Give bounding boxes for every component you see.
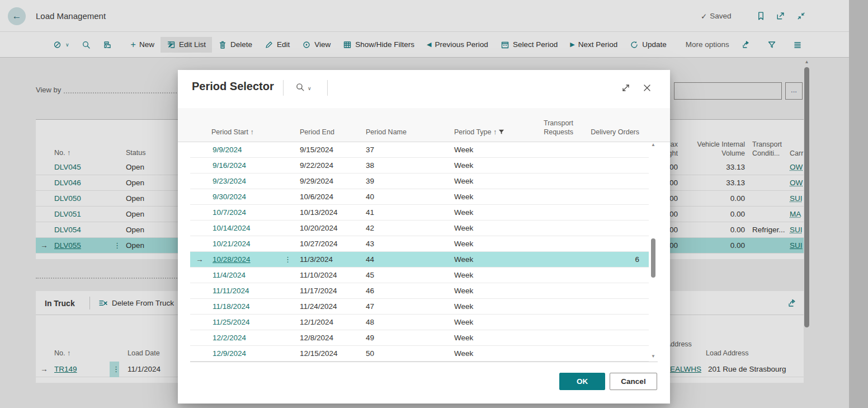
transport-requests-cell: [529, 205, 573, 221]
delivery-orders-cell: [600, 189, 639, 205]
scrollbar-thumb[interactable]: [651, 238, 655, 278]
period-start-link[interactable]: 9/30/2024: [213, 189, 246, 205]
col-transport-requests-l1[interactable]: Transport: [544, 119, 573, 127]
period-end-cell: 10/20/2024: [300, 221, 338, 236]
period-name-cell: 47: [366, 299, 374, 315]
period-row[interactable]: → 10/14/2024 ⋮ 10/20/2024 42 Week: [190, 221, 649, 236]
period-name-cell: 44: [366, 252, 374, 268]
transport-requests-cell: [529, 299, 573, 315]
period-start-link[interactable]: 9/9/2024: [213, 142, 242, 158]
period-type-cell: Week: [454, 346, 473, 362]
period-name-cell: 49: [366, 330, 374, 346]
period-name-cell: 41: [366, 205, 374, 221]
period-end-cell: 12/15/2024: [300, 346, 338, 362]
period-start-link[interactable]: 10/28/2024: [213, 252, 251, 268]
transport-requests-cell: [529, 346, 573, 362]
delivery-orders-cell: [600, 205, 639, 221]
period-row[interactable]: → 12/2/2024 ⋮ 12/8/2024 49 Week: [190, 330, 649, 346]
period-type-cell: Week: [454, 205, 473, 221]
period-type-cell: Week: [454, 330, 473, 346]
transport-requests-cell: [529, 158, 573, 173]
delivery-orders-cell: [600, 236, 639, 252]
period-type-cell: Week: [454, 221, 473, 236]
scroll-up-icon[interactable]: ▲: [651, 142, 655, 147]
transport-requests-cell: [529, 189, 573, 205]
period-start-link[interactable]: 10/14/2024: [213, 221, 251, 236]
period-start-link[interactable]: 11/25/2024: [213, 315, 250, 330]
period-type-cell: Week: [454, 252, 473, 268]
period-name-cell: 46: [366, 283, 374, 299]
ok-button[interactable]: OK: [559, 373, 605, 390]
period-start-link[interactable]: 11/18/2024: [213, 299, 250, 315]
period-type-cell: Week: [454, 142, 473, 158]
period-end-cell: 11/3/2024: [300, 252, 333, 268]
selected-row-arrow-icon: →: [196, 252, 204, 268]
col-delivery-orders[interactable]: Delivery Orders: [591, 128, 639, 136]
transport-requests-cell: [529, 315, 573, 330]
period-end-cell: 9/29/2024: [300, 173, 333, 189]
period-type-cell: Week: [454, 189, 473, 205]
period-type-cell: Week: [454, 268, 473, 283]
period-end-cell: 9/22/2024: [300, 158, 333, 173]
period-row[interactable]: → 10/7/2024 ⋮ 10/13/2024 41 Week: [190, 205, 649, 221]
period-start-link[interactable]: 11/11/2024: [213, 283, 249, 299]
header-divider: [283, 80, 284, 96]
period-rows: → 9/9/2024 ⋮ 9/15/2024 37 Week → 9/16/20…: [190, 142, 649, 362]
period-row[interactable]: → 12/9/2024 ⋮ 12/15/2024 50 Week: [190, 346, 649, 362]
cancel-button[interactable]: Cancel: [610, 373, 657, 390]
period-start-link[interactable]: 10/21/2024: [213, 236, 251, 252]
period-end-cell: 10/6/2024: [300, 189, 333, 205]
active-filter-icon: [498, 129, 504, 137]
period-name-cell: 37: [366, 142, 374, 158]
col-period-start[interactable]: Period Start ↑: [211, 128, 254, 136]
col-period-end[interactable]: Period End: [300, 128, 334, 136]
scroll-down-icon[interactable]: ▼: [651, 354, 655, 359]
expand-dialog-icon[interactable]: [621, 83, 631, 93]
dialog-search-button[interactable]: ∨: [295, 82, 312, 94]
period-row[interactable]: → 9/16/2024 ⋮ 9/22/2024 38 Week: [190, 158, 649, 173]
col-period-type[interactable]: Period Type ↑: [454, 128, 504, 137]
period-selector-dialog: Period Selector ∨ Period Start ↑ Period …: [178, 70, 670, 404]
period-type-cell: Week: [454, 158, 473, 173]
transport-requests-cell: [529, 173, 573, 189]
period-type-cell: Week: [454, 299, 473, 315]
transport-requests-cell: [529, 268, 573, 283]
period-name-cell: 42: [366, 221, 374, 236]
period-start-link[interactable]: 12/2/2024: [213, 330, 246, 346]
period-start-link[interactable]: 11/4/2024: [213, 268, 246, 283]
col-transport-requests-l2[interactable]: Requests: [544, 128, 573, 136]
period-name-cell: 40: [366, 189, 374, 205]
col-period-name[interactable]: Period Name: [366, 128, 407, 136]
period-name-cell: 48: [366, 315, 374, 330]
period-row[interactable]: → 10/28/2024 ⋮ 11/3/2024 44 Week 6: [190, 252, 649, 268]
period-row[interactable]: → 11/4/2024 ⋮ 11/10/2024 45 Week: [190, 268, 649, 283]
row-menu-icon[interactable]: ⋮: [284, 252, 292, 268]
close-dialog-icon[interactable]: [642, 83, 652, 93]
period-end-cell: 12/1/2024: [300, 315, 333, 330]
period-name-cell: 50: [366, 346, 374, 362]
dialog-title: Period Selector: [192, 80, 274, 93]
dialog-table-header: Period Start ↑ Period End Period Name Pe…: [178, 108, 670, 142]
period-row[interactable]: → 9/9/2024 ⋮ 9/15/2024 37 Week: [190, 142, 649, 158]
period-start-link[interactable]: 9/23/2024: [213, 173, 246, 189]
period-type-cell: Week: [454, 283, 473, 299]
transport-requests-cell: [529, 252, 573, 268]
header-divider: [327, 80, 328, 96]
period-start-link[interactable]: 9/16/2024: [213, 158, 246, 173]
transport-requests-cell: [529, 236, 573, 252]
period-row[interactable]: → 9/30/2024 ⋮ 10/6/2024 40 Week: [190, 189, 649, 205]
period-row[interactable]: → 11/18/2024 ⋮ 11/24/2024 47 Week: [190, 299, 649, 315]
period-row[interactable]: → 9/23/2024 ⋮ 9/29/2024 39 Week: [190, 173, 649, 189]
period-row[interactable]: → 10/21/2024 ⋮ 10/27/2024 43 Week: [190, 236, 649, 252]
period-start-link[interactable]: 10/7/2024: [213, 205, 246, 221]
dialog-scrollbar[interactable]: ▲ ▼: [649, 142, 658, 362]
period-end-cell: 11/17/2024: [300, 283, 337, 299]
table-bottom-border: [190, 362, 658, 362]
period-row[interactable]: → 11/25/2024 ⋮ 12/1/2024 48 Week: [190, 315, 649, 330]
delivery-orders-cell: [600, 158, 639, 173]
period-name-cell: 38: [366, 158, 374, 173]
period-name-cell: 39: [366, 173, 374, 189]
delivery-orders-cell: [600, 221, 639, 236]
period-start-link[interactable]: 12/9/2024: [213, 346, 246, 362]
period-row[interactable]: → 11/11/2024 ⋮ 11/17/2024 46 Week: [190, 283, 649, 299]
